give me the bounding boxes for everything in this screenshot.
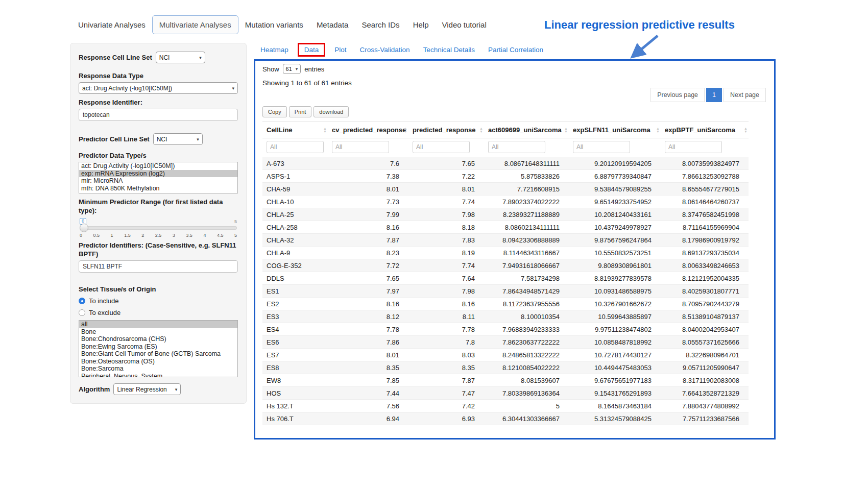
list-option-bone-sarcoma[interactable]: Bone:Sarcoma	[79, 365, 237, 373]
cell-value: 8.081539607	[484, 374, 569, 387]
slider-max-label: 5	[234, 219, 237, 224]
table-row: Hs 706.T6.946.936.304413033666675.313245…	[262, 412, 749, 425]
table-row: CHLA-98.238.198.1144634311666710.5550832…	[262, 247, 749, 259]
list-option-bone[interactable]: Bone	[79, 328, 237, 336]
cell-value: 8.37476582451998	[661, 208, 749, 221]
tissue-listbox[interactable]: allBoneBone:Chondrosarcoma (CHS)Bone:Ewi…	[79, 320, 238, 377]
column-header-act609699-unisarcoma[interactable]: act609699_uniSarcoma▲▼	[484, 122, 569, 138]
tab-heatmap[interactable]: Heatmap	[260, 46, 288, 54]
cell-value: 7.97	[328, 285, 408, 298]
predictor-identifiers-label: Predictor Identifiers: (Case-Sensitive, …	[79, 241, 238, 258]
cell-value: 10.4379249978927	[569, 221, 661, 234]
table-row: ES38.128.118.10001035410.5996438858978.5…	[262, 310, 749, 323]
previous-page-button[interactable]: Previous page	[650, 88, 705, 102]
response-cell-line-set-select[interactable]: NCI ▾	[156, 52, 205, 63]
column-header-cv-predicted-response[interactable]: cv_predicted_response▲▼	[328, 122, 408, 138]
cell-value: 7.47	[408, 387, 484, 400]
list-option-bone-osteosarcoma-os[interactable]: Bone:Osteosarcoma (OS)	[79, 358, 237, 365]
cell-value: 10.7278174430127	[569, 349, 661, 361]
cell-line: DDLS	[262, 272, 328, 285]
predictor-data-type-listbox[interactable]: act: Drug Activity (-log10[IC50M])exp: m…	[79, 162, 238, 193]
slider-track[interactable]	[80, 226, 237, 230]
nav-item-video-tutorial[interactable]: Video tutorial	[435, 16, 493, 34]
filter-input-cv-predicted-response[interactable]	[332, 141, 389, 153]
tab-cross-validation[interactable]: Cross-Validation	[360, 46, 410, 54]
list-option-mir-microrna[interactable]: mir: MicroRNA	[79, 177, 237, 185]
column-header-label: predicted_response	[413, 126, 476, 134]
tissue-exclude-radio[interactable]: To exclude	[79, 308, 238, 317]
table-row: ES28.168.168.1172363795555610.3267901662…	[262, 298, 749, 310]
sort-icon[interactable]: ▲▼	[479, 127, 483, 133]
nav-item-mutation-variants[interactable]: Mutation variants	[238, 16, 310, 34]
cell-value: 10.0858487818992	[569, 336, 661, 349]
nav-item-univariate-analyses[interactable]: Univariate Analyses	[71, 16, 152, 34]
show-entries-prefix: Show	[262, 65, 279, 73]
sort-icon[interactable]: ▲▼	[564, 127, 568, 133]
cell-value: 8.08602134111111	[484, 221, 569, 234]
entries-count-select[interactable]: 61 ▾	[283, 64, 301, 74]
sort-down-arrow-icon: ▼	[479, 130, 483, 133]
cell-value: 7.83	[408, 234, 484, 247]
column-header-predicted-response[interactable]: predicted_response▲▼	[408, 122, 484, 138]
list-option-mth-dna-850k-methylation[interactable]: mth: DNA 850K Methylation	[79, 185, 237, 192]
filter-input-expbptf-unisarcoma[interactable]	[665, 141, 722, 153]
nav-item-metadata[interactable]: Metadata	[310, 16, 355, 34]
next-page-button[interactable]: Next page	[724, 88, 766, 102]
list-option-bone-chondrosarcoma-chs[interactable]: Bone:Chondrosarcoma (CHS)	[79, 335, 237, 343]
slider-handle[interactable]	[80, 224, 88, 232]
current-page-button[interactable]: 1	[706, 88, 722, 102]
cell-value: 7.72	[328, 259, 408, 272]
tab-data[interactable]: Data	[298, 43, 326, 57]
response-data-type-select[interactable]: act: Drug Activity (-log10[IC50M]) ▾	[79, 82, 238, 94]
filter-input-cellline[interactable]	[267, 141, 324, 153]
tab-technical-details[interactable]: Technical Details	[423, 46, 475, 54]
min-predictor-range-slider[interactable]: 0 5 00.511.522.533.544.55	[80, 226, 237, 238]
sort-icon[interactable]: ▲▼	[656, 127, 660, 133]
list-option-act-drug-activity-log10-ic50m[interactable]: act: Drug Activity (-log10[IC50M])	[79, 162, 237, 170]
print-button[interactable]: Print	[289, 106, 312, 117]
cell-value: 8.12100854022222	[484, 361, 569, 374]
cell-line: CHLA-258	[262, 221, 328, 234]
cell-value: 7.99	[328, 208, 408, 221]
column-header-cellline[interactable]: CellLine▲▼	[262, 122, 328, 138]
filter-input-predicted-response[interactable]	[413, 141, 470, 153]
cell-value: 7.73	[328, 196, 408, 208]
column-header-expslfn11-unisarcoma[interactable]: expSLFN11_uniSarcoma▲▼	[569, 122, 661, 138]
cell-line: ES3	[262, 310, 328, 323]
list-option-all[interactable]: all	[79, 321, 237, 328]
filter-input-expslfn11-unisarcoma[interactable]	[573, 141, 630, 153]
cell-value: 6.93	[408, 412, 484, 425]
nav-item-multivariate-analyses[interactable]: Multivariate Analyses	[152, 15, 238, 34]
cell-value: 10.4494475483053	[569, 361, 661, 374]
list-option-bone-ewing-sarcoma-es[interactable]: Bone:Ewing Sarcoma (ES)	[79, 343, 237, 351]
table-row: CHLA-327.877.838.094233068888899.8756759…	[262, 234, 749, 247]
predictor-identifiers-input[interactable]	[79, 260, 238, 273]
sort-icon[interactable]: ▲▼	[323, 127, 327, 133]
tab-partial-correlation[interactable]: Partial Correlation	[488, 46, 543, 54]
sort-icon[interactable]: ▲▼	[404, 127, 407, 133]
filter-cell	[484, 138, 569, 158]
copy-button[interactable]: Copy	[262, 106, 287, 117]
nav-item-search-ids[interactable]: Search IDs	[355, 16, 406, 34]
cell-value: 8.01	[328, 183, 408, 196]
nav-item-help[interactable]: Help	[406, 16, 436, 34]
column-header-expbptf-unisarcoma[interactable]: expBPTF_uniSarcoma▲▼	[661, 122, 749, 138]
sort-icon[interactable]: ▲▼	[744, 127, 748, 133]
list-option-exp-mrna-expression-log2[interactable]: exp: mRNA Expression (log2)	[79, 170, 237, 178]
list-option-bone-giant-cell-tumor-of-bone-gctb-sarcoma[interactable]: Bone:Giant Cell Tumor of Bone (GCTB) Sar…	[79, 350, 237, 358]
tab-plot[interactable]: Plot	[334, 46, 346, 54]
filter-input-act609699-unisarcoma[interactable]	[488, 141, 545, 153]
predictor-data-types-label: Predictor Data Type/s	[79, 151, 238, 160]
download-button[interactable]: download	[314, 106, 349, 117]
predictor-cell-line-set-select[interactable]: NCI ▾	[153, 133, 203, 145]
cell-value: 7.581734298	[484, 272, 569, 285]
list-option-peripheral-nervous-system[interactable]: Peripheral_Nervous_System	[79, 373, 237, 378]
cell-value: 8.23893271188889	[484, 208, 569, 221]
algorithm-select[interactable]: Linear Regression ▾	[113, 383, 181, 395]
slider-tick-label: 5	[234, 233, 237, 238]
cell-value: 9.97511238474802	[569, 323, 661, 336]
cell-value: 9.65149233754952	[569, 196, 661, 208]
cell-value: 7.98	[408, 208, 484, 221]
tissue-include-radio[interactable]: To include	[79, 297, 238, 305]
response-identifier-input[interactable]	[79, 109, 238, 121]
